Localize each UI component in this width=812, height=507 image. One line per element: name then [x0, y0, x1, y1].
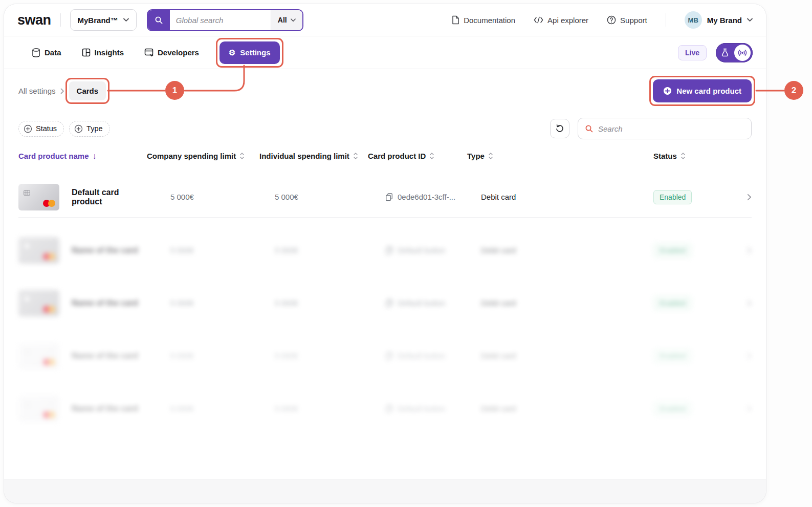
card-type-value: Debit card [467, 246, 653, 255]
column-card-product-name[interactable]: Card product name ↓ [18, 152, 147, 161]
support-label: Support [620, 16, 647, 25]
mastercard-logo [43, 200, 55, 207]
card-thumbnail [18, 184, 59, 210]
top-header: swan MyBrand™ All Documentation Api expl… [4, 4, 766, 36]
column-individual-spending-limit[interactable]: Individual spending limit [259, 152, 368, 160]
card-product-id-value: Default button [398, 246, 445, 255]
card-type-value: Debit card [467, 299, 653, 307]
card-product-id-value: 0ede6d01-3cff-... [398, 193, 455, 201]
card-product-name: Default card product [72, 188, 147, 206]
search-icon [585, 124, 594, 133]
sort-icon [239, 152, 245, 160]
column-status[interactable]: Status [653, 152, 731, 160]
filter-type-label: Type [86, 124, 102, 133]
toggle-knob [734, 45, 751, 61]
column-type[interactable]: Type [467, 152, 653, 160]
table-search-input[interactable] [598, 124, 744, 133]
document-icon [452, 15, 459, 25]
table-search [578, 118, 752, 139]
chevron-right-icon [747, 405, 752, 412]
filter-status-label: Status [36, 124, 57, 133]
breadcrumb-all-settings[interactable]: All settings [18, 87, 56, 95]
breadcrumb: All settings Cards New card product [18, 79, 752, 102]
plus-circle-icon [663, 87, 672, 95]
chevron-down-icon [123, 18, 129, 22]
copy-icon [385, 405, 393, 413]
new-card-product-button[interactable]: New card product [653, 79, 752, 102]
documentation-label: Documentation [464, 16, 515, 25]
column-label: Company spending limit [147, 152, 236, 160]
card-product-id-value: Default button [398, 299, 445, 307]
content-area: All settings Cards New card product Stat… [4, 69, 766, 479]
brand-selector-label: MyBrand™ [78, 16, 118, 25]
status-badge: Enabled [653, 243, 692, 258]
copy-icon [385, 352, 393, 360]
card-thumbnail [18, 290, 59, 316]
api-explorer-label: Api explorer [547, 16, 588, 25]
search-scope-selector[interactable]: All [271, 10, 302, 30]
individual-limit-value: 5 000€ [259, 299, 368, 307]
individual-limit-value: 5 000€ [259, 404, 368, 413]
mastercard-logo [43, 253, 55, 260]
table-row[interactable]: Default card product 5 000€ 5 000€ 0ede6… [18, 177, 752, 218]
account-menu[interactable]: MB My Brand [685, 11, 753, 29]
broadcast-icon [738, 48, 747, 57]
sort-desc-icon: ↓ [93, 152, 97, 161]
column-label: Card product ID [368, 152, 426, 160]
sort-icon [429, 152, 434, 160]
company-limit-value: 5 000€ [147, 299, 259, 307]
divider [60, 13, 61, 27]
column-card-product-id[interactable]: Card product ID [368, 152, 467, 160]
copy-icon[interactable] [385, 193, 393, 201]
card-chip-icon [24, 190, 30, 196]
column-company-spending-limit[interactable]: Company spending limit [147, 152, 259, 160]
breadcrumb-cards[interactable]: Cards [69, 81, 106, 100]
column-label: Type [467, 152, 485, 160]
breadcrumb-cards-label: Cards [77, 87, 99, 95]
nav-item-settings[interactable]: ⚙ Settings [220, 41, 280, 64]
nav-item-data[interactable]: Data [32, 48, 61, 57]
insights-icon [82, 48, 91, 57]
card-type-value: Debit card [467, 193, 653, 201]
global-search-input[interactable] [170, 10, 271, 30]
filter-row: Status Type [18, 118, 752, 139]
copy-icon [385, 299, 393, 307]
mastercard-logo [43, 306, 55, 313]
chevron-right-icon [747, 194, 752, 201]
nav-item-developers[interactable]: Developers [144, 48, 199, 57]
mastercard-logo [43, 411, 55, 418]
environment-toggle[interactable] [716, 43, 753, 62]
card-type-value: Debit card [467, 404, 653, 413]
nav-item-insights[interactable]: Insights [82, 48, 124, 57]
api-explorer-link[interactable]: Api explorer [534, 16, 588, 25]
card-product-name: Name of the card [72, 404, 147, 413]
table-row[interactable]: Name of the card 5 000€ 5 000€ Default b… [18, 329, 752, 382]
nav-developers-label: Developers [158, 48, 199, 57]
company-limit-value: 5 000€ [147, 193, 259, 201]
filter-chip-type[interactable]: Type [69, 121, 109, 137]
company-limit-value: 5 000€ [147, 351, 259, 360]
refresh-button[interactable] [550, 119, 569, 138]
question-icon [607, 15, 616, 25]
chevron-right-icon [747, 300, 752, 307]
chevron-down-icon [291, 18, 296, 22]
documentation-link[interactable]: Documentation [452, 15, 515, 25]
main-nav: Data Insights Developers ⚙ Settings Live [4, 36, 766, 69]
table-row[interactable]: Name of the card 5 000€ 5 000€ Default b… [18, 224, 752, 277]
card-product-name: Name of the card [72, 246, 147, 255]
refresh-icon [555, 124, 564, 133]
nav-settings-label: Settings [240, 48, 270, 57]
global-search-button[interactable] [148, 10, 170, 30]
support-link[interactable]: Support [607, 15, 647, 25]
annotation-step-2: 2 [784, 81, 803, 100]
sort-icon [681, 152, 686, 160]
card-thumbnail [18, 343, 59, 369]
brand-selector[interactable]: MyBrand™ [70, 9, 137, 31]
new-card-product-label: New card product [676, 87, 741, 95]
filter-chip-status[interactable]: Status [18, 121, 64, 137]
table-row[interactable]: Name of the card 5 000€ 5 000€ Default b… [18, 277, 752, 329]
search-icon [155, 16, 163, 25]
table-row[interactable]: Name of the card 5 000€ 5 000€ Default b… [18, 382, 752, 435]
table-header: Card product name ↓ Company spending lim… [18, 151, 752, 163]
code-icon [534, 16, 543, 24]
